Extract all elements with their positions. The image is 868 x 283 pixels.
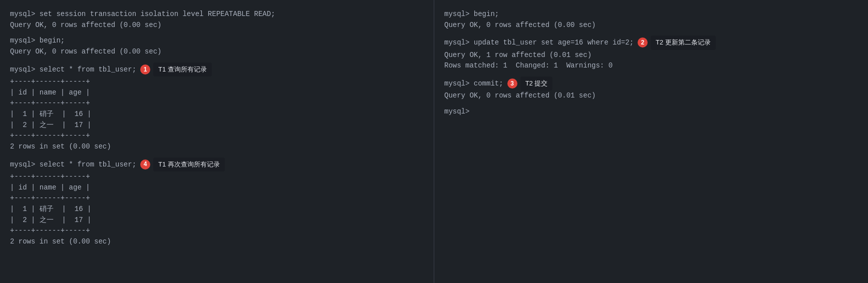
annotation-badge: 1 — [140, 64, 150, 74]
table-line: | 1 | 硝子 | 16 | — [10, 109, 424, 120]
annotation-label: T2 提交 — [520, 76, 553, 90]
output-line: Query OK, 0 rows affected (0.01 sec) — [444, 90, 858, 102]
table-line: | 1 | 硝子 | 16 | — [10, 204, 424, 215]
output-line: Rows matched: 1 Changed: 1 Warnings: 0 — [444, 60, 858, 72]
annotated-prompt-line: mysql> update tbl_user set age=16 where … — [444, 36, 858, 50]
output-line: Query OK, 0 rows affected (0.00 sec) — [444, 20, 858, 31]
annotation-label: T1 再次查询所有记录 — [153, 158, 225, 172]
annotation-badge: 4 — [140, 160, 150, 170]
output-line: 2 rows in set (0.00 sec) — [10, 142, 424, 152]
annotation: 1T1 查询所有记录 — [140, 62, 212, 76]
prompt-line: mysql> begin; — [10, 36, 424, 46]
output-line: 2 rows in set (0.00 sec) — [10, 236, 424, 248]
table-line: | id | name | age | — [10, 182, 424, 194]
annotation: 4T1 再次查询所有记录 — [140, 158, 225, 172]
annotated-prompt-line: mysql> select * from tbl_user;4T1 再次查询所有… — [10, 158, 424, 172]
table-line: | 2 | 之一 | 17 | — [10, 120, 424, 131]
spacer — [10, 152, 424, 158]
prompt-text: mysql> update tbl_user set age=16 where … — [444, 38, 634, 46]
output-line: Query OK, 1 row affected (0.01 sec) — [444, 50, 858, 61]
prompt-line: mysql> — [444, 106, 858, 118]
annotation-badge: 3 — [507, 78, 517, 88]
table-line: +----+------+-----+ — [10, 130, 424, 142]
prompt-text: mysql> select * from tbl_user; — [10, 160, 136, 168]
spacer — [444, 102, 858, 106]
table-line: +----+------+-----+ — [10, 226, 424, 236]
annotated-prompt-line: mysql> select * from tbl_user;1T1 查询所有记录 — [10, 62, 424, 76]
left-terminal-pane: mysql> set session transaction isolation… — [0, 0, 434, 283]
table-line: +----+------+-----+ — [10, 76, 424, 88]
output-line: Query OK, 0 rows affected (0.00 sec) — [10, 46, 424, 58]
table-line: +----+------+-----+ — [10, 193, 424, 204]
annotation: 2T2 更新第二条记录 — [638, 36, 716, 50]
table-line: +----+------+-----+ — [10, 98, 424, 109]
spacer — [444, 72, 858, 76]
prompt-line: mysql> set session transaction isolation… — [10, 9, 424, 20]
prompt-text: mysql> commit; — [444, 80, 503, 88]
annotation-label: T2 更新第二条记录 — [651, 36, 716, 50]
annotation: 3T2 提交 — [507, 76, 553, 90]
spacer — [10, 30, 424, 36]
table-line: +----+------+-----+ — [10, 172, 424, 182]
table-line: | 2 | 之一 | 17 | — [10, 215, 424, 226]
prompt-text: mysql> select * from tbl_user; — [10, 66, 136, 74]
annotation-label: T1 查询所有记录 — [153, 62, 212, 76]
prompt-line: mysql> begin; — [444, 9, 858, 20]
spacer — [10, 58, 424, 62]
output-line: Query OK, 0 rows affected (0.00 sec) — [10, 20, 424, 31]
annotated-prompt-line: mysql> commit;3T2 提交 — [444, 76, 858, 90]
right-terminal-pane: mysql> begin;Query OK, 0 rows affected (… — [434, 0, 868, 283]
table-line: | id | name | age | — [10, 88, 424, 98]
annotation-badge: 2 — [638, 38, 648, 48]
spacer — [444, 30, 858, 36]
